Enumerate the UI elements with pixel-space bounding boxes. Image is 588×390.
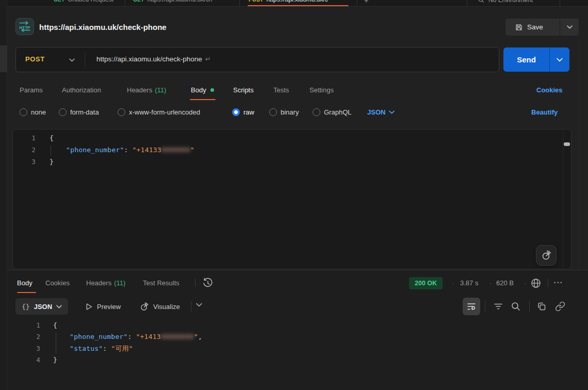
environment-selector[interactable]: No Environment [478, 0, 533, 4]
sidebar-drag-handle[interactable] [0, 45, 7, 72]
tab-settings[interactable]: Settings [309, 86, 334, 94]
method-selector[interactable]: POST [25, 55, 45, 63]
request-body-editor[interactable]: 1 { 2 "phone_number": "+141330000000" 3 … [12, 129, 571, 269]
response-tab-cookies[interactable]: Cookies [45, 279, 70, 287]
response-format-dropdown[interactable]: {} JSON [15, 298, 68, 315]
search-icon [478, 0, 485, 4]
response-time[interactable]: 3.87 s [460, 279, 478, 287]
request-tab-active[interactable]: POSThttps://api.xiaomu.uk/c [249, 0, 328, 3]
response-tab-headers[interactable]: Headers(11) [86, 279, 125, 287]
send-button[interactable]: Send [503, 47, 569, 72]
divider [195, 279, 195, 287]
line-number: 2 [12, 331, 40, 343]
response-tab-body[interactable]: Body [17, 279, 32, 287]
radio-selected-icon [232, 108, 240, 116]
request-title: https://api.xiaomu.uk/check-phone [39, 23, 167, 31]
active-tab-indicator [248, 5, 349, 6]
redacted-text: 00000000 [161, 333, 194, 340]
divider [191, 301, 191, 312]
method-badge-post: POST [249, 0, 263, 3]
tab-divider [357, 0, 357, 7]
enter-hint: ↵ [205, 55, 211, 63]
line-number: 1 [12, 320, 40, 331]
language-selector[interactable]: JSON [367, 108, 395, 116]
save-options-button[interactable] [560, 19, 579, 36]
tab-params[interactable]: Params [20, 86, 43, 94]
tab-headers[interactable]: Headers(11) [127, 86, 166, 94]
line-number: 4 [12, 354, 40, 366]
active-tab-indicator [17, 292, 36, 293]
link-icon [555, 301, 565, 312]
radio-binary[interactable]: binary [269, 108, 299, 116]
tab-scripts[interactable]: Scripts [233, 86, 254, 94]
line-number: 1 [13, 133, 36, 144]
indent-guide [51, 145, 51, 155]
word-wrap-icon [467, 302, 476, 311]
globe-icon [530, 278, 542, 289]
word-wrap-button[interactable] [463, 298, 480, 315]
status-badge[interactable]: 200 OK [409, 277, 443, 289]
divider [548, 279, 548, 287]
tab-authorization[interactable]: Authorization [62, 86, 101, 94]
svg-text:HTTP: HTTP [20, 25, 31, 30]
sparkle-wand-icon [541, 250, 552, 261]
sparkle-wand-icon [139, 302, 149, 312]
tab-tests[interactable]: Tests [273, 86, 289, 94]
cookies-link[interactable]: Cookies [536, 86, 563, 94]
line-number: 3 [13, 156, 36, 168]
radio-raw[interactable]: raw [232, 108, 254, 116]
filter-icon [493, 301, 503, 312]
search-button[interactable] [511, 301, 521, 312]
radio-none[interactable]: none [20, 108, 46, 116]
line-number: 3 [12, 343, 40, 354]
radio-icon [118, 108, 125, 116]
postbot-button[interactable] [536, 245, 557, 266]
copy-button[interactable] [536, 301, 547, 312]
tab-body[interactable]: Body [191, 86, 214, 94]
panel-right-border [579, 41, 579, 270]
radio-icon [313, 108, 320, 116]
beautify-link[interactable]: Beautify [531, 108, 558, 116]
divider [529, 301, 530, 312]
response-history-button[interactable] [202, 278, 214, 289]
chevron-down-icon [557, 58, 563, 62]
save-icon [515, 23, 523, 31]
visualize-button[interactable]: Visualize [139, 298, 180, 315]
send-options-button[interactable] [550, 47, 569, 72]
new-tab-button[interactable]: + [364, 0, 368, 5]
divider [485, 301, 485, 312]
radio-graphql[interactable]: GraphQL [313, 108, 351, 116]
response-tab-test-results[interactable]: Test Results [143, 279, 179, 287]
network-info-button[interactable] [530, 278, 542, 289]
tab-divider [125, 0, 125, 7]
url-input[interactable]: https://api.xiaomu.uk/check-phone↵ [96, 55, 211, 63]
more-actions-button[interactable]: ••• [554, 280, 563, 285]
save-button[interactable]: Save [505, 19, 579, 36]
scrollbar-thumb[interactable] [564, 142, 570, 146]
request-tab-1[interactable]: GETUntitled Request [54, 0, 113, 3]
chevron-down-icon[interactable] [69, 58, 75, 62]
active-tab-indicator [190, 99, 216, 100]
response-size[interactable]: 620 B [496, 279, 514, 287]
separator: · [489, 279, 492, 287]
modified-dot [210, 88, 214, 92]
url-input-container: POST https://api.xiaomu.uk/check-phone↵ [15, 47, 499, 72]
clock-history-icon [202, 278, 214, 289]
link-button[interactable] [555, 301, 565, 312]
request-tab-2[interactable]: GEThttps://api.xiaomu.uk/ch [133, 0, 213, 3]
workspace-tab-bar: GETUntitled Request GEThttps://api.xiaom… [7, 0, 588, 7]
radio-form-data[interactable]: form-data [59, 108, 99, 116]
editor-scrollbar[interactable] [563, 130, 571, 268]
url-divider [85, 52, 85, 68]
preview-button[interactable]: Preview [85, 298, 121, 315]
toolbar-expand-button[interactable] [196, 303, 202, 307]
redacted-text: 0000000 [161, 146, 190, 154]
separator: · [452, 279, 454, 287]
radio-icon [269, 108, 277, 116]
tab-divider [467, 0, 467, 7]
headers-count: (11) [114, 279, 125, 287]
search-icon [511, 301, 521, 312]
radio-x-www-form-urlencoded[interactable]: x-www-form-urlencoded [118, 108, 200, 116]
chevron-down-icon [567, 25, 573, 29]
filter-button[interactable] [493, 301, 503, 312]
